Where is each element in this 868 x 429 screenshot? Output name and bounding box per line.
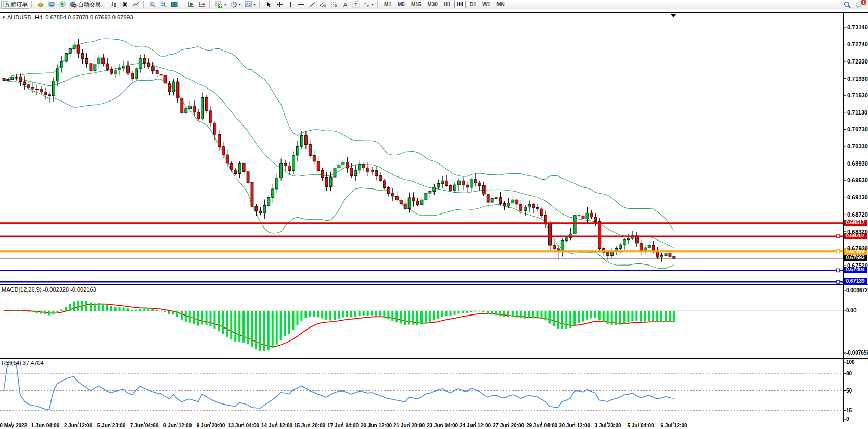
horizontal-line-tool-button[interactable] (296, 1, 307, 9)
mt4-window: 新订单 自动交易 (0, 0, 868, 429)
bull-candle (561, 240, 564, 251)
line-drag-handle[interactable] (837, 280, 840, 283)
chart-shift-button[interactable] (197, 1, 207, 9)
indicators-button[interactable]: ▾ (213, 1, 228, 9)
line-drag-handle[interactable] (837, 235, 840, 238)
bear-candle (474, 179, 477, 183)
bull-candle (329, 177, 332, 186)
bull-candle (119, 68, 121, 70)
price-axis-label: 0.70730 (847, 126, 868, 132)
line-drag-handle[interactable] (837, 250, 840, 253)
bear-candle (363, 165, 365, 168)
bull-candle (238, 163, 241, 173)
alerts-button[interactable] (57, 1, 68, 9)
bear-candle (548, 223, 551, 245)
bull-candle (623, 240, 626, 245)
bear-candle (578, 216, 580, 216)
timeframe-button-m1[interactable]: M1 (381, 1, 394, 8)
candlestick-type-icon (122, 1, 129, 8)
toolbar-separator (143, 1, 145, 8)
bear-candle (213, 123, 216, 135)
bull-candle (619, 245, 622, 248)
templates-dropdown-caret[interactable]: ▾ (253, 2, 256, 7)
chart-canvas[interactable] (0, 0, 868, 429)
bear-candle (251, 183, 253, 207)
indicators-dropdown-caret[interactable]: ▾ (224, 2, 226, 7)
timeframe-button-d1[interactable]: D1 (467, 1, 479, 8)
search-button[interactable] (842, 1, 853, 9)
zoom-out-button[interactable] (158, 1, 169, 9)
templates-button[interactable]: ▾ (243, 1, 257, 9)
bear-candle (553, 245, 555, 249)
collapse-icon[interactable]: ▼ (2, 15, 6, 20)
bull-candle (433, 187, 436, 192)
add-indicator-icon (215, 1, 223, 8)
timeframe-button-m30[interactable]: M30 (425, 1, 440, 8)
bull-candle (648, 245, 650, 248)
timeframe-button-h4[interactable]: H4 (454, 1, 466, 8)
shapes-dropdown-caret[interactable]: ▾ (372, 2, 374, 7)
zoom-in-button[interactable] (147, 1, 158, 9)
price-axis-label: 0.70330 (847, 143, 868, 149)
bull-candle (565, 238, 568, 241)
cursor-tool-button[interactable] (263, 1, 274, 9)
timeframe-button-mn[interactable]: MN (494, 1, 507, 8)
timeframe-button-m5[interactable]: M5 (395, 1, 407, 8)
search-icon (844, 1, 851, 8)
trendline-tool-button[interactable] (307, 1, 317, 9)
bear-candle (226, 155, 228, 163)
candlestick-type-button[interactable] (120, 1, 130, 9)
bear-candle (127, 66, 130, 73)
line-chart-type-button[interactable] (131, 1, 141, 9)
bear-candle (160, 74, 162, 75)
timeframe-button-m15[interactable]: M15 (409, 1, 424, 8)
sound-signal-icon (59, 1, 66, 8)
bear-candle (304, 136, 307, 145)
bull-candle (15, 77, 18, 77)
bar-chart-type-button[interactable] (109, 1, 119, 9)
bear-candle (640, 243, 642, 251)
tile-windows-button[interactable] (169, 1, 180, 9)
bull-candle (425, 193, 427, 200)
new-order-icon (3, 1, 9, 8)
bear-candle (346, 162, 349, 168)
bollinger-lower (4, 79, 674, 269)
arrows-tool-button[interactable]: ▾ (362, 1, 375, 9)
macd-main-value: -0.002328 (43, 286, 69, 293)
time-axis-label: 15 Jun 20:00 (290, 423, 329, 428)
bull-candle (660, 256, 663, 257)
label-tool-button[interactable]: T (351, 1, 361, 9)
market-watch-button[interactable] (35, 1, 46, 9)
text-tool-button[interactable]: A (340, 1, 350, 9)
chart-title: ▼AUDUSD-,H4 0.67854 0.67878 0.67693 0.67… (2, 14, 133, 20)
bull-candle (338, 165, 340, 168)
bear-candle (176, 82, 179, 98)
bear-candle (32, 87, 34, 89)
autotrading-button[interactable]: 自动交易 (68, 1, 103, 9)
line-drag-handle[interactable] (837, 269, 840, 272)
timeframe-button-w1[interactable]: W1 (480, 1, 493, 8)
crosshair-tool-button[interactable] (274, 1, 285, 9)
periods-button[interactable]: ▾ (228, 1, 242, 9)
time-axis-label: 8 Jun 12:00 (158, 423, 197, 428)
notifications-button[interactable]: 1 (853, 1, 865, 9)
bull-candle (280, 163, 283, 178)
bear-candle (387, 187, 390, 193)
periods-dropdown-caret[interactable]: ▾ (239, 2, 241, 7)
bear-candle (28, 85, 30, 87)
bear-candle (532, 205, 535, 208)
bull-candle (98, 58, 100, 64)
price-axis-label: 0.67920 (847, 245, 868, 251)
timeframe-button-h1[interactable]: H1 (441, 1, 453, 8)
autoscroll-button[interactable] (186, 1, 196, 9)
bear-candle (242, 163, 245, 171)
navigator-button[interactable] (46, 1, 57, 9)
fibonacci-tool-button[interactable]: F (329, 1, 339, 9)
macd-panel (0, 291, 846, 353)
channel-tool-button[interactable]: E (318, 1, 328, 9)
new-order-button[interactable]: 新订单 (1, 1, 29, 9)
vertical-line-tool-button[interactable] (285, 1, 296, 9)
chart-shift-marker[interactable] (670, 14, 676, 17)
macd-scale-label: -0.007656 (846, 350, 868, 356)
price-axis-label: 0.69530 (847, 177, 868, 183)
